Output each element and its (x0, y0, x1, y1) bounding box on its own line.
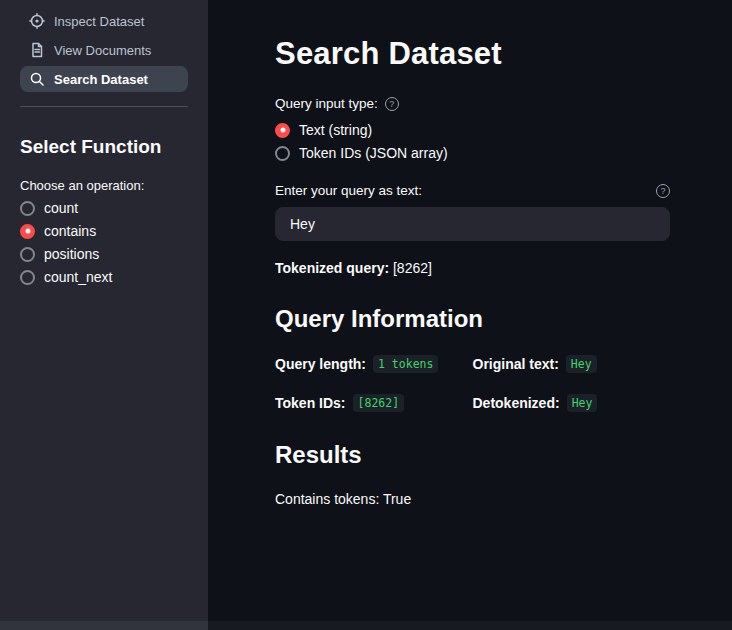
info-item-detokenized: Detokenized: Hey (473, 394, 671, 412)
info-label: Query length: (275, 356, 366, 372)
info-value-code: Hey (566, 355, 597, 373)
query-information-grid: Query length: 1 tokens Original text: He… (275, 355, 670, 412)
info-item-original-text: Original text: Hey (473, 355, 671, 373)
radio-icon (275, 146, 290, 161)
radio-icon (20, 270, 35, 285)
footer-strip-sidebar (0, 621, 208, 630)
radio-operation-contains[interactable]: contains (0, 223, 208, 239)
query-input-type-row: Query input type: (275, 96, 670, 111)
radio-icon (275, 123, 290, 138)
radio-label: count (44, 200, 78, 216)
info-value-code: 1 tokens (373, 355, 438, 373)
radio-token-ids[interactable]: Token IDs (JSON array) (275, 145, 670, 161)
sidebar-section-title: Select Function (0, 136, 208, 158)
search-icon (29, 71, 45, 87)
main-content: Search Dataset Query input type: Text (s… (208, 0, 732, 630)
sidebar: Inspect Dataset View Documents Search Da… (0, 0, 208, 630)
radio-operation-count[interactable]: count (0, 200, 208, 216)
footer-strip-main (208, 621, 732, 630)
info-item-query-length: Query length: 1 tokens (275, 355, 473, 373)
query-field-label: Enter your query as text: (275, 183, 422, 198)
documents-icon (29, 42, 45, 58)
sidebar-item-view-documents[interactable]: View Documents (20, 37, 188, 63)
tokenized-query-value: [8262] (393, 260, 432, 276)
tokenized-query-label: Tokenized query: (275, 260, 389, 276)
info-value-code: [8262] (353, 394, 405, 412)
sidebar-nav: Inspect Dataset View Documents Search Da… (0, 8, 208, 92)
radio-label: Token IDs (JSON array) (299, 145, 448, 161)
footer-strip (0, 621, 732, 630)
tokenized-query-line: Tokenized query: [8262] (275, 260, 670, 276)
info-label: Token IDs: (275, 395, 346, 411)
radio-icon (20, 201, 35, 216)
info-label: Detokenized: (473, 395, 560, 411)
info-value-code: Hey (567, 394, 598, 412)
sidebar-divider (20, 106, 188, 107)
sidebar-item-label: Search Dataset (54, 72, 148, 87)
operation-label: Choose an operation: (0, 178, 208, 193)
sidebar-item-label: View Documents (54, 43, 151, 58)
query-information-title: Query Information (275, 305, 670, 333)
query-field-label-row: Enter your query as text: (275, 183, 670, 198)
query-input-type-label: Query input type: (275, 96, 378, 111)
radio-icon (20, 224, 35, 239)
radio-operation-count-next[interactable]: count_next (0, 269, 208, 285)
radio-operation-positions[interactable]: positions (0, 246, 208, 262)
inspect-icon (29, 13, 45, 29)
help-icon[interactable] (385, 97, 399, 111)
radio-label: positions (44, 246, 99, 262)
help-icon[interactable] (656, 184, 670, 198)
info-label: Original text: (473, 356, 559, 372)
radio-label: contains (44, 223, 96, 239)
app-window: Inspect Dataset View Documents Search Da… (0, 0, 732, 630)
contains-tokens-result: Contains tokens: True (275, 491, 670, 507)
radio-text-string[interactable]: Text (string) (275, 122, 670, 138)
radio-label: count_next (44, 269, 113, 285)
page-title: Search Dataset (275, 36, 670, 72)
radio-icon (20, 247, 35, 262)
results-title: Results (275, 441, 670, 469)
info-item-token-ids: Token IDs: [8262] (275, 394, 473, 412)
sidebar-item-search-dataset[interactable]: Search Dataset (20, 66, 188, 92)
sidebar-item-label: Inspect Dataset (54, 14, 144, 29)
query-text-input[interactable] (275, 207, 670, 241)
radio-label: Text (string) (299, 122, 372, 138)
sidebar-item-inspect-dataset[interactable]: Inspect Dataset (20, 8, 188, 34)
